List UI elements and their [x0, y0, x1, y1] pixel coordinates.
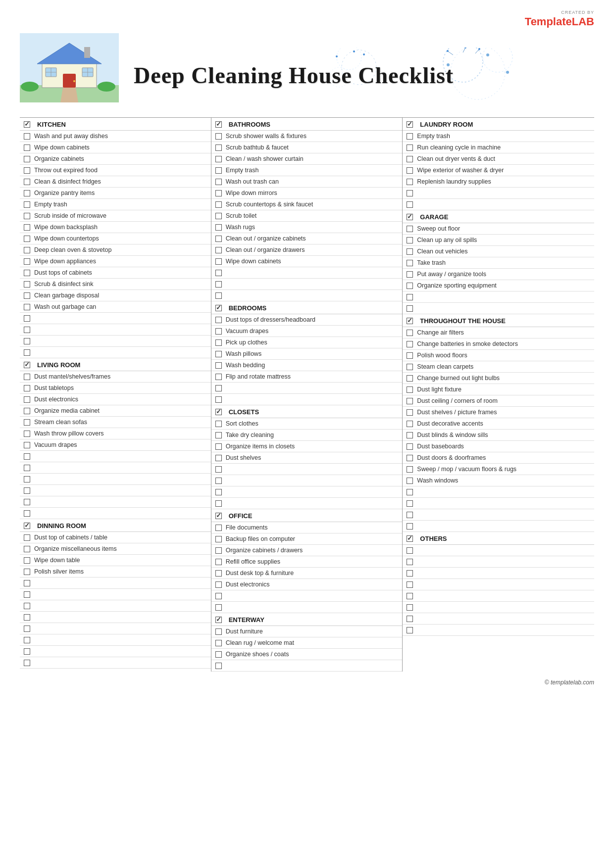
item-checkbox[interactable] — [24, 304, 30, 310]
item-checkbox[interactable] — [215, 317, 222, 323]
item-checkbox[interactable] — [215, 421, 222, 427]
section-checkbox-others[interactable] — [407, 535, 413, 542]
item-checkbox[interactable] — [24, 499, 30, 505]
item-checkbox[interactable] — [407, 294, 413, 300]
item-checkbox[interactable] — [407, 432, 413, 438]
section-checkbox-living-room[interactable] — [24, 362, 30, 368]
item-checkbox[interactable] — [24, 603, 30, 609]
section-checkbox-garage[interactable] — [407, 214, 413, 220]
item-checkbox[interactable] — [215, 179, 222, 185]
item-checkbox[interactable] — [407, 616, 413, 622]
item-checkbox[interactable] — [215, 224, 222, 231]
item-checkbox[interactable] — [24, 133, 30, 140]
item-checkbox[interactable] — [24, 510, 30, 517]
item-checkbox[interactable] — [24, 557, 30, 564]
item-checkbox[interactable] — [24, 281, 30, 288]
item-checkbox[interactable] — [407, 352, 413, 359]
item-checkbox[interactable] — [407, 593, 413, 599]
section-checkbox-bedrooms[interactable] — [215, 305, 222, 311]
item-checkbox[interactable] — [24, 327, 30, 333]
item-checkbox[interactable] — [215, 536, 222, 542]
item-checkbox[interactable] — [407, 500, 413, 507]
item-checkbox[interactable] — [215, 628, 222, 635]
item-checkbox[interactable] — [24, 213, 30, 219]
item-checkbox[interactable] — [24, 660, 30, 666]
item-checkbox[interactable] — [215, 145, 222, 151]
item-checkbox[interactable] — [24, 580, 30, 586]
item-checkbox[interactable] — [24, 431, 30, 437]
item-checkbox[interactable] — [215, 640, 222, 646]
item-checkbox[interactable] — [215, 547, 222, 554]
item-checkbox[interactable] — [215, 593, 222, 599]
item-checkbox[interactable] — [407, 523, 413, 530]
item-checkbox[interactable] — [215, 663, 222, 669]
item-checkbox[interactable] — [407, 398, 413, 404]
item-checkbox[interactable] — [24, 442, 30, 448]
item-checkbox[interactable] — [215, 525, 222, 531]
item-checkbox[interactable] — [24, 385, 30, 391]
item-checkbox[interactable] — [24, 637, 30, 643]
item-checkbox[interactable] — [215, 374, 222, 380]
item-checkbox[interactable] — [215, 351, 222, 357]
item-checkbox[interactable] — [215, 328, 222, 335]
item-checkbox[interactable] — [215, 559, 222, 565]
item-checkbox[interactable] — [24, 453, 30, 460]
item-checkbox[interactable] — [24, 648, 30, 655]
item-checkbox[interactable] — [215, 247, 222, 253]
item-checkbox[interactable] — [407, 559, 413, 565]
item-checkbox[interactable] — [407, 248, 413, 255]
item-checkbox[interactable] — [407, 604, 413, 611]
item-checkbox[interactable] — [215, 432, 222, 438]
item-checkbox[interactable] — [24, 374, 30, 380]
item-checkbox[interactable] — [215, 500, 222, 507]
item-checkbox[interactable] — [407, 455, 413, 461]
item-checkbox[interactable] — [215, 213, 222, 219]
section-checkbox-closets[interactable] — [215, 409, 222, 415]
item-checkbox[interactable] — [215, 478, 222, 484]
item-checkbox[interactable] — [407, 330, 413, 336]
item-checkbox[interactable] — [407, 226, 413, 232]
item-checkbox[interactable] — [215, 133, 222, 140]
item-checkbox[interactable] — [407, 133, 413, 140]
item-checkbox[interactable] — [215, 466, 222, 473]
item-checkbox[interactable] — [407, 305, 413, 312]
item-checkbox[interactable] — [407, 466, 413, 473]
item-checkbox[interactable] — [24, 419, 30, 426]
item-checkbox[interactable] — [24, 167, 30, 174]
item-checkbox[interactable] — [215, 443, 222, 450]
item-checkbox[interactable] — [215, 581, 222, 588]
item-checkbox[interactable] — [215, 167, 222, 174]
item-checkbox[interactable] — [215, 570, 222, 577]
item-checkbox[interactable] — [215, 489, 222, 495]
section-checkbox-office[interactable] — [215, 513, 222, 519]
item-checkbox[interactable] — [24, 270, 30, 276]
item-checkbox[interactable] — [215, 396, 222, 403]
item-checkbox[interactable] — [407, 443, 413, 450]
item-checkbox[interactable] — [24, 349, 30, 356]
item-checkbox[interactable] — [24, 408, 30, 414]
item-checkbox[interactable] — [24, 487, 30, 494]
item-checkbox[interactable] — [215, 270, 222, 276]
item-checkbox[interactable] — [24, 591, 30, 598]
item-checkbox[interactable] — [24, 546, 30, 552]
item-checkbox[interactable] — [215, 201, 222, 208]
item-checkbox[interactable] — [24, 224, 30, 231]
item-checkbox[interactable] — [24, 476, 30, 482]
item-checkbox[interactable] — [407, 201, 413, 208]
item-checkbox[interactable] — [407, 179, 413, 185]
item-checkbox[interactable] — [407, 145, 413, 151]
item-checkbox[interactable] — [215, 281, 222, 288]
item-checkbox[interactable] — [24, 569, 30, 575]
item-checkbox[interactable] — [24, 396, 30, 403]
item-checkbox[interactable] — [24, 258, 30, 265]
item-checkbox[interactable] — [407, 627, 413, 633]
item-checkbox[interactable] — [215, 339, 222, 346]
item-checkbox[interactable] — [407, 364, 413, 370]
item-checkbox[interactable] — [407, 478, 413, 484]
section-checkbox-bathrooms[interactable] — [215, 121, 222, 128]
item-checkbox[interactable] — [24, 534, 30, 541]
item-checkbox[interactable] — [24, 292, 30, 299]
item-checkbox[interactable] — [24, 338, 30, 344]
item-checkbox[interactable] — [407, 386, 413, 393]
item-checkbox[interactable] — [24, 315, 30, 322]
